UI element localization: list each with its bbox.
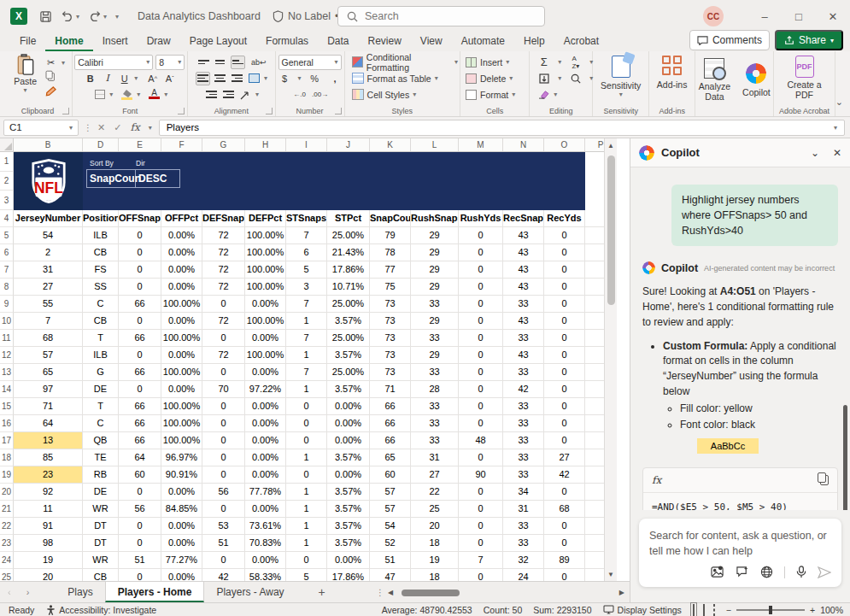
cell[interactable]: 100.00% (161, 432, 202, 449)
status-average[interactable]: Average: 48790.42553 (382, 605, 472, 615)
cell[interactable]: 65 (14, 364, 83, 381)
cell[interactable]: T (83, 398, 119, 415)
percent-icon[interactable]: % (308, 72, 322, 85)
cell[interactable]: 0 (544, 244, 585, 261)
page-layout-view-button[interactable] (703, 605, 705, 615)
cell[interactable]: 0 (459, 535, 503, 552)
comma-style-icon[interactable]: , (328, 72, 343, 85)
row-header-4[interactable]: 4 (0, 210, 14, 227)
cell[interactable]: 33 (411, 398, 459, 415)
dir-cell[interactable]: DESC (136, 169, 180, 188)
underline-chevron[interactable]: ▾ (134, 74, 138, 82)
ribbon-tab-draw[interactable]: Draw (138, 32, 180, 51)
cell[interactable]: 0 (119, 244, 161, 261)
cell[interactable]: 28 (411, 381, 459, 398)
copilot-input-box[interactable]: Search for content, ask a question, or t… (639, 519, 841, 587)
cell[interactable]: 0 (202, 449, 245, 466)
cell[interactable]: 0 (459, 415, 503, 432)
cell[interactable]: CB (83, 313, 119, 330)
name-box[interactable]: C1▾ (3, 120, 79, 136)
cell[interactable]: 65 (370, 449, 411, 466)
cell[interactable]: 0 (459, 364, 503, 381)
cell[interactable]: 1 (286, 347, 327, 364)
status-count[interactable]: Count: 50 (484, 605, 523, 615)
cell[interactable]: 100.00% (245, 313, 286, 330)
zoom-slider-thumb[interactable] (769, 606, 772, 614)
row-header-10[interactable]: 10 (0, 313, 14, 330)
cell[interactable]: 48 (459, 432, 503, 449)
cell[interactable]: 66 (370, 398, 411, 415)
cell[interactable]: 54 (14, 227, 83, 244)
cell[interactable]: 53 (202, 518, 245, 535)
cell[interactable]: 0 (119, 569, 161, 581)
cell[interactable]: 0.00% (161, 244, 202, 261)
ribbon-tab-insert[interactable]: Insert (93, 32, 138, 51)
cell[interactable]: 33 (503, 535, 544, 552)
display-settings-button[interactable]: Display Settings (603, 605, 682, 615)
cell[interactable]: 72 (202, 261, 245, 279)
column-header-B[interactable]: B (14, 138, 83, 151)
italic-button[interactable]: I (100, 72, 114, 85)
column-header-K[interactable]: K (370, 138, 411, 151)
redo-icon[interactable]: ▾ (88, 10, 107, 22)
cell[interactable]: 0 (459, 261, 503, 279)
cell[interactable]: 71 (14, 398, 83, 415)
copy-icon[interactable] (44, 70, 58, 84)
cell[interactable]: 20 (14, 569, 83, 581)
alignment-dialog-launcher[interactable] (266, 108, 273, 114)
scroll-down-icon[interactable]: ▼ (607, 567, 614, 581)
cell[interactable]: 79 (370, 227, 411, 244)
cell[interactable]: C (83, 296, 119, 313)
cell[interactable]: 6 (286, 244, 327, 261)
cell[interactable]: 23 (14, 466, 83, 484)
cell[interactable]: 11 (14, 501, 83, 518)
cell[interactable]: 98 (14, 535, 83, 552)
cell[interactable]: 0 (544, 296, 585, 313)
cell[interactable]: 0 (459, 381, 503, 398)
cell[interactable]: 0.00% (161, 535, 202, 552)
fill-color-icon[interactable] (120, 88, 134, 102)
cell[interactable]: 0 (119, 484, 161, 501)
cell[interactable]: 0.00% (245, 330, 286, 347)
cell[interactable]: 33 (503, 398, 544, 415)
cell[interactable]: 1 (286, 535, 327, 552)
cell[interactable]: 0 (544, 330, 585, 347)
font-size-select[interactable]: 8▾ (155, 55, 185, 70)
paste-button[interactable]: Paste▾ (10, 54, 40, 94)
cell[interactable]: 97 (14, 381, 83, 398)
zoom-out-button[interactable]: − (726, 605, 731, 615)
cell[interactable]: 18 (411, 569, 459, 581)
normal-view-button[interactable] (693, 605, 695, 615)
row-header-17[interactable]: 17 (0, 432, 14, 449)
cell[interactable]: 91 (14, 518, 83, 535)
decrease-indent-icon[interactable] (204, 88, 219, 102)
cell[interactable]: 73 (370, 296, 411, 313)
cell[interactable]: 0.00% (161, 227, 202, 244)
cell[interactable]: 100.00% (245, 227, 286, 244)
cell[interactable]: 72 (202, 227, 245, 244)
align-middle-icon[interactable] (214, 56, 228, 69)
cell[interactable]: 21.43% (327, 244, 370, 261)
cell[interactable]: 33 (503, 364, 544, 381)
cell[interactable]: RB (83, 466, 119, 484)
cell[interactable]: 0 (119, 279, 161, 296)
cell[interactable]: 84.85% (161, 501, 202, 518)
cell[interactable]: 100.00% (161, 415, 202, 432)
new-sheet-button[interactable]: + (296, 585, 348, 599)
cell[interactable]: 29 (411, 244, 459, 261)
cell[interactable]: 0 (202, 398, 245, 415)
header-cell[interactable]: DEFSnaps (202, 210, 245, 227)
increase-indent-icon[interactable] (221, 88, 236, 102)
row-header-15[interactable]: 15 (0, 398, 14, 415)
cell[interactable]: 3.57% (327, 381, 370, 398)
row-header-21[interactable]: 21 (0, 501, 14, 518)
namebox-drag-handle[interactable]: ⋮ (84, 123, 92, 132)
cell[interactable]: 100.00% (161, 398, 202, 415)
copilot-collapse-chevron[interactable]: ⌄ (811, 147, 819, 159)
cell[interactable]: 29 (411, 261, 459, 279)
cell[interactable]: 0.00% (161, 569, 202, 581)
cell[interactable]: 72 (202, 347, 245, 364)
cell[interactable]: 0.00% (245, 449, 286, 466)
cell[interactable]: 52 (370, 535, 411, 552)
cell[interactable]: 58.33% (245, 569, 286, 581)
